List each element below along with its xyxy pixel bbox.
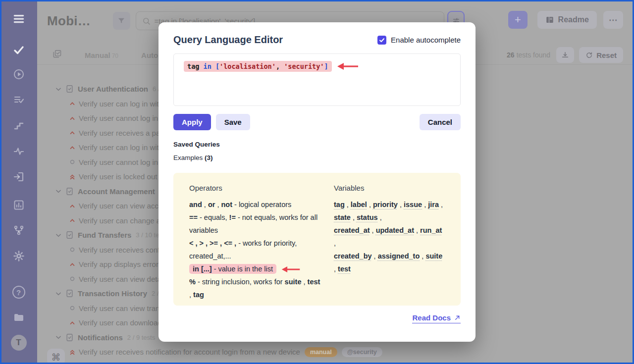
suite-name: Transaction History — [78, 289, 147, 298]
example-text: == — [189, 213, 198, 221]
reset-button[interactable]: Reset — [579, 47, 623, 63]
manual-badge[interactable]: manual — [305, 347, 337, 357]
logo-avatar[interactable]: T — [0, 334, 37, 352]
variable-name: tag — [334, 201, 345, 208]
shortcut-button[interactable]: ⌘ — [47, 349, 65, 364]
variable-name: created_by — [334, 252, 372, 260]
test-title: Verify user cannot log in w — [79, 114, 165, 122]
chevron-down-icon[interactable] — [55, 334, 62, 341]
test-plans-icon[interactable] — [0, 93, 37, 107]
annotation-arrow-left-icon — [281, 265, 301, 273]
test-title: Verify user can view trans — [79, 304, 163, 312]
saved-queries-section[interactable]: Saved Queries — [173, 141, 461, 148]
example-text: , — [351, 213, 357, 221]
help-question-icon[interactable]: ? — [0, 285, 37, 299]
suite-name: Fund Transfers — [78, 231, 131, 239]
query-code[interactable]: tag in ['localisation', 'security'] — [184, 61, 332, 72]
example-text: , — [345, 201, 351, 208]
apply-button[interactable]: Apply — [173, 114, 211, 130]
priority-high-icon — [69, 129, 76, 136]
steps-icon[interactable] — [0, 118, 37, 132]
variable-line: created_by , assigned_to , suite , test — [334, 250, 445, 275]
tag-badge[interactable]: @security — [342, 347, 382, 357]
priority-highest-icon — [69, 349, 76, 356]
branch-icon[interactable] — [0, 223, 37, 237]
suite-name: Account Management — [78, 187, 155, 196]
operator-line: in [...] - value is in the list — [189, 262, 323, 275]
code-token: 'security' — [284, 62, 324, 70]
bulk-select-icon[interactable] — [52, 49, 62, 61]
settings-gear-icon[interactable] — [0, 249, 37, 263]
example-text: < , > , >= , <= , — [189, 239, 236, 247]
priority-normal-icon — [69, 275, 76, 282]
examples-label: Examples — [173, 154, 203, 161]
priority-normal-icon — [69, 246, 76, 253]
examples-section[interactable]: Examples (3) — [173, 154, 461, 161]
chevron-down-icon[interactable] — [55, 290, 62, 297]
tests-found-label: 26tests found — [507, 51, 550, 59]
menu-icon[interactable] — [0, 11, 37, 27]
project-title[interactable]: Mobi… — [47, 11, 91, 31]
test-row[interactable]: Verify user receives notification for ac… — [37, 345, 634, 360]
tab-manual[interactable]: Manual70 — [85, 51, 118, 59]
example-text: tag — [193, 291, 204, 299]
test-title: Verify user can download — [79, 318, 162, 327]
code-token: ] — [324, 62, 328, 70]
variable-name: jira — [428, 201, 439, 208]
example-text: test — [308, 278, 320, 286]
example-text: , — [378, 213, 382, 221]
example-text: , — [334, 265, 338, 273]
suite-doc-icon — [65, 231, 74, 239]
example-text: , — [301, 278, 307, 286]
example-text: or — [208, 201, 215, 208]
example-text: , — [367, 201, 373, 208]
suite-name: User Authentication — [78, 85, 148, 93]
example-text: suite — [285, 278, 302, 286]
read-docs-label: Read Docs — [412, 313, 451, 322]
code-token: tag — [187, 62, 199, 70]
logo-t-glyph: T — [11, 335, 27, 351]
example-text: , — [372, 252, 378, 260]
code-token — [199, 62, 203, 70]
code-token: [ — [215, 62, 219, 70]
sign-in-icon[interactable] — [0, 170, 37, 184]
operator-line: and , or , not - logical operators — [189, 198, 323, 211]
cancel-button[interactable]: Cancel — [420, 114, 461, 130]
test-title: Verify user can log in with — [79, 100, 163, 108]
variable-name: priority — [373, 201, 398, 208]
priority-high-icon — [69, 319, 76, 326]
example-text: != — [229, 213, 236, 221]
run-play-icon[interactable] — [0, 67, 37, 81]
code-token: in — [204, 62, 211, 70]
readme-button[interactable]: Readme — [537, 11, 597, 29]
priority-normal-icon — [69, 158, 76, 165]
save-button[interactable]: Save — [216, 114, 250, 130]
chevron-down-icon[interactable] — [55, 232, 62, 239]
test-title: Verify user cannot log in — [79, 158, 158, 166]
book-icon — [545, 15, 554, 24]
example-text: - string inclusion, works for — [196, 278, 285, 286]
example-text: , — [334, 239, 336, 247]
query-input-area[interactable]: tag in ['localisation', 'security'] — [173, 53, 461, 106]
chevron-down-icon[interactable] — [55, 86, 62, 93]
projects-folder-icon[interactable] — [0, 311, 37, 324]
add-button[interactable]: + — [508, 11, 527, 29]
variable-name: created_at — [334, 226, 370, 234]
pulse-icon[interactable] — [0, 144, 37, 158]
operator-line: == - equals, != - not equals, works for … — [189, 211, 323, 237]
more-options-button[interactable]: ⋯ — [603, 11, 623, 29]
download-button[interactable] — [556, 47, 574, 63]
variable-name: updated_at — [376, 226, 414, 234]
analytics-chart-icon[interactable] — [0, 198, 37, 212]
filter-button[interactable] — [113, 12, 130, 30]
autocomplete-toggle[interactable]: Enable autocomplete — [377, 36, 461, 45]
read-docs-link[interactable]: Read Docs — [412, 313, 461, 323]
test-title: Verify user receives notification for ac… — [79, 348, 300, 356]
example-text: not — [221, 201, 232, 208]
chevron-down-icon[interactable] — [55, 188, 62, 195]
tests-check-icon[interactable] — [0, 43, 37, 57]
highlighted-example: in [...] - value is in the list — [189, 264, 276, 274]
variable-name: run_at — [420, 226, 442, 234]
variables-title: Variables — [334, 182, 445, 195]
checkbox-checked-icon[interactable] — [377, 36, 386, 45]
